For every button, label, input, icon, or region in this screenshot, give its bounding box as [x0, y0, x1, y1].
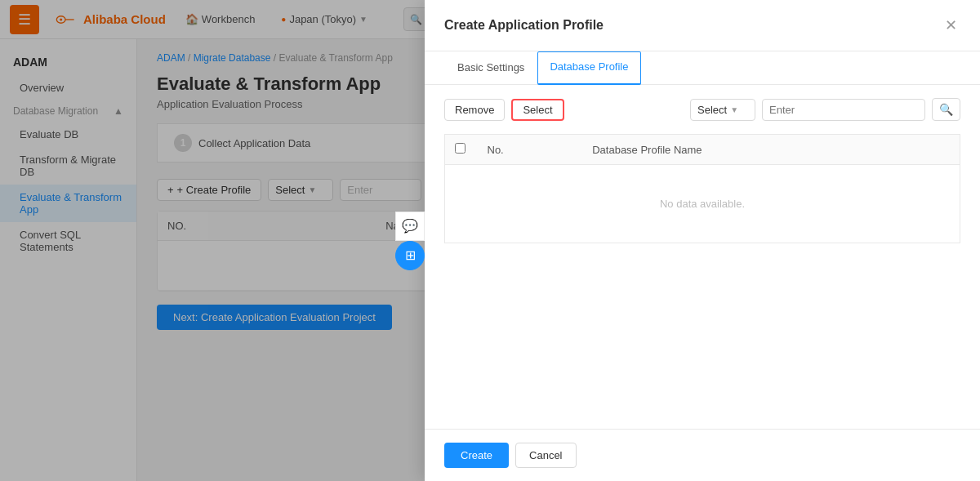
modal-footer: Create Cancel — [425, 429, 980, 481]
modal-toolbar: Remove Select Select ▼ 🔍 — [444, 98, 960, 121]
select-button[interactable]: Select — [511, 99, 564, 121]
grid-icon[interactable]: ⊞ — [395, 241, 425, 270]
table-empty-row: No data available. — [445, 165, 960, 243]
modal-header: Create Application Profile ✕ — [425, 0, 980, 51]
modal-close-button[interactable]: ✕ — [942, 13, 960, 38]
modal-empty-text: No data available. — [445, 165, 960, 243]
col-checkbox — [445, 135, 478, 165]
tab-database-profile[interactable]: Database Profile — [537, 51, 640, 85]
modal-type-select[interactable]: Select ▼ — [690, 99, 755, 121]
col-db-profile-name: Database Profile Name — [582, 135, 960, 165]
float-icons: 💬 ⊞ — [395, 212, 425, 270]
modal-create-button[interactable]: Create — [444, 443, 509, 468]
chevron-down-icon: ▼ — [730, 105, 738, 114]
select-all-checkbox[interactable] — [455, 143, 466, 154]
modal-create-profile: Create Application Profile ✕ Basic Setti… — [425, 0, 980, 481]
chat-icon[interactable]: 💬 — [395, 212, 425, 241]
modal-tabs: Basic Settings Database Profile — [425, 51, 980, 85]
modal-title: Create Application Profile — [444, 18, 604, 33]
modal-cancel-button[interactable]: Cancel — [515, 443, 576, 468]
modal-search-input[interactable] — [762, 99, 925, 121]
modal-table: No. Database Profile Name No data availa… — [444, 134, 960, 243]
modal-filter-wrap: Select ▼ 🔍 — [690, 98, 960, 121]
col-no: No. — [478, 135, 583, 165]
tab-basic-settings[interactable]: Basic Settings — [444, 51, 537, 85]
modal-body: Remove Select Select ▼ 🔍 No. Database — [425, 85, 980, 429]
remove-button[interactable]: Remove — [444, 99, 505, 121]
modal-search-button[interactable]: 🔍 — [932, 98, 960, 121]
